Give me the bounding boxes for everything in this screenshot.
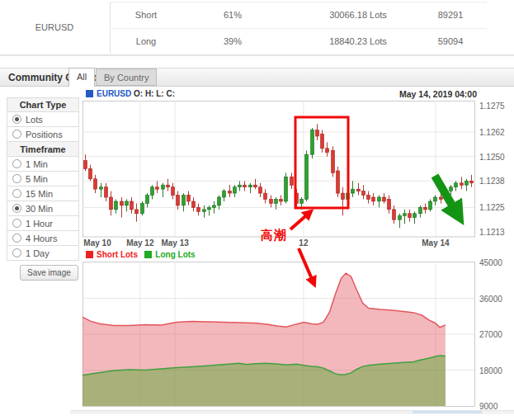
date-axis-label: May 12 [126, 238, 153, 248]
option-label: 30 Min [26, 204, 53, 214]
radio-icon [12, 159, 21, 168]
sidebar: Chart TypeLotsPositionsTimeframe1 Min5 M… [7, 97, 79, 261]
volume-axis-label: 27000 [479, 330, 502, 339]
chart-timestamp: May 14, 2019 04:00 [355, 89, 477, 99]
radio-icon [12, 234, 21, 243]
price-axis-label: 1.1238 [479, 177, 505, 186]
radio-icon [12, 189, 21, 198]
climax-arrow-up [290, 211, 311, 229]
table-cell-side: Short [135, 10, 157, 20]
climax-annotation: 高潮 [261, 228, 287, 243]
option-label: 1 Day [26, 248, 50, 258]
timeframe-header: Timeframe [7, 142, 79, 157]
radio-icon [12, 115, 21, 124]
area-plot [83, 262, 475, 407]
ohlc-labels: O: H: L: C: [134, 89, 175, 98]
date-axis-label: May 10 [83, 238, 111, 248]
timeframe-option-15-min[interactable]: 15 Min [7, 186, 79, 201]
option-label: 15 Min [26, 189, 53, 199]
option-label: 5 Min [26, 174, 48, 184]
long-lots-area [83, 356, 446, 406]
price-axis-label: 1.1262 [479, 128, 505, 137]
section-separator [0, 54, 514, 56]
date-axis-label: 12 [299, 238, 308, 248]
table-row: Short61%30066.18 Lots89291 [0, 2, 514, 28]
table-row: Long39%18840.23 Lots59094 [0, 29, 514, 54]
chart-type-option-lots[interactable]: Lots [7, 112, 79, 127]
save-image-button[interactable]: Save image [20, 265, 78, 281]
short-lots-marker-icon [86, 251, 93, 258]
timeframe-option-30-min[interactable]: 30 Min [7, 201, 79, 216]
option-label: 4 Hours [26, 234, 58, 243]
table-cell-positions: 89291 [438, 10, 464, 20]
horizontal-scrollbar-thumb[interactable] [413, 411, 482, 413]
price-axis-label: 1.1213 [479, 228, 505, 237]
sentiment-table: EURUSD Short61%30066.18 Lots89291Long39%… [0, 0, 514, 58]
radio-icon [12, 174, 21, 183]
candlestick-legend[interactable]: EURUSD O: H: L: C: [86, 89, 175, 98]
option-label: Lots [26, 115, 43, 125]
legend-short-lots[interactable]: Short Lots [97, 250, 138, 259]
price-axis-label: 1.1250 [479, 152, 505, 161]
table-cell-pct: 61% [224, 10, 242, 20]
timeframe-option-1-day[interactable]: 1 Day [7, 246, 79, 261]
volume-axis-label: 18000 [479, 366, 502, 375]
timeframe-option-1-hour[interactable]: 1 Hour [7, 216, 79, 231]
chart-type-option-positions[interactable]: Positions [7, 127, 79, 142]
area-legend: Short Lots Long Lots [86, 250, 196, 259]
long-lots-marker-icon [144, 251, 152, 258]
volume-axis-label: 36000 [479, 294, 502, 303]
tab-by-country[interactable]: By Country [96, 68, 157, 86]
page: EURUSD Short61%30066.18 Lots89291Long39%… [0, 0, 514, 420]
series-marker-icon [86, 90, 93, 97]
climax-arrow-down [299, 248, 314, 285]
legend-long-lots[interactable]: Long Lots [155, 250, 195, 259]
table-cell-lots: 18840.23 Lots [329, 36, 387, 46]
date-axis-label: May 13 [161, 238, 188, 248]
volume-axis-label: 9000 [479, 402, 497, 411]
table-cell-pct: 39% [224, 36, 242, 46]
option-label: 1 Hour [26, 219, 53, 229]
table-border [110, 2, 487, 2]
option-label: Positions [26, 130, 63, 139]
option-label: 1 Min [26, 159, 48, 169]
table-cell-positions: 59094 [438, 36, 464, 46]
trend-down-arrow [435, 176, 460, 218]
timeframe-option-4-hours[interactable]: 4 Hours [7, 231, 79, 246]
radio-icon [12, 219, 21, 228]
date-axis-label: May 14 [422, 238, 449, 248]
table-cell-side: Long [136, 36, 156, 46]
timeframe-option-1-min[interactable]: 1 Min [7, 157, 79, 172]
table-cell-lots: 30066.18 Lots [329, 10, 387, 20]
table-row-divider [110, 28, 487, 29]
radio-icon [12, 130, 21, 139]
chart-type-header: Chart Type [7, 97, 79, 112]
short-lots-area [83, 273, 446, 406]
volume-axis-label: 45000 [479, 258, 502, 267]
price-axis-label: 1.1225 [479, 203, 505, 212]
tab-all[interactable]: All [68, 68, 95, 87]
timeframe-option-5-min[interactable]: 5 Min [7, 172, 79, 186]
candlestick-plot [83, 101, 475, 237]
radio-icon [12, 248, 21, 257]
highlight-box [295, 117, 348, 208]
legend-symbol: EURUSD [97, 89, 131, 98]
radio-icon [12, 204, 21, 213]
price-axis-label: 1.1275 [479, 101, 505, 111]
